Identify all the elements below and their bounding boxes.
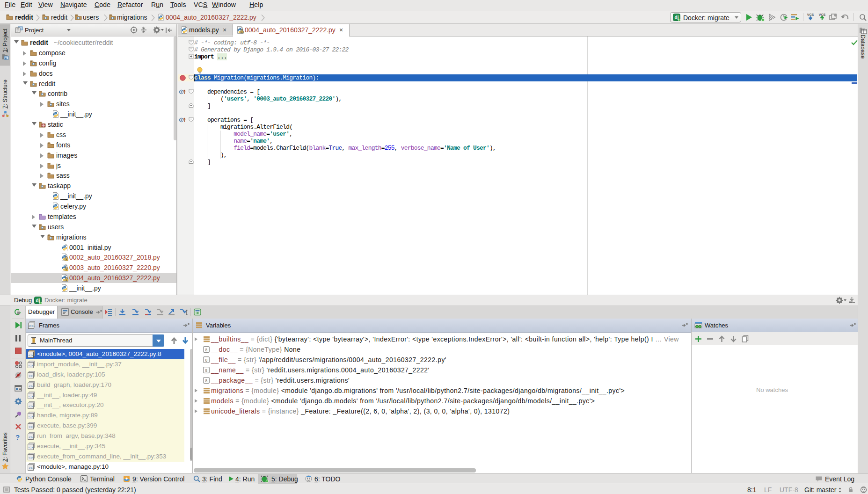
svg-text:8: 8	[205, 378, 207, 383]
svg-text:<>: <>	[29, 324, 34, 329]
svg-text:<>: <>	[29, 374, 33, 378]
svg-text:<>: <>	[29, 435, 33, 439]
svg-text:<>: <>	[29, 384, 33, 388]
svg-text:<>: <>	[29, 353, 33, 357]
svg-text:dj: dj	[36, 298, 40, 303]
svg-text:<>: <>	[29, 445, 33, 450]
svg-text:<>: <>	[29, 414, 33, 419]
svg-text:<>: <>	[29, 456, 33, 460]
svg-text:<>: <>	[29, 404, 33, 408]
svg-text:8: 8	[205, 348, 207, 352]
svg-text:8: 8	[205, 368, 207, 373]
svg-text:<>: <>	[29, 394, 33, 399]
svg-text:VCS: VCS	[807, 13, 814, 16]
svg-text:8: 8	[205, 358, 207, 363]
svg-text:<>: <>	[29, 466, 33, 470]
svg-text:<>: <>	[29, 425, 33, 429]
svg-text:<>: <>	[29, 363, 33, 368]
svg-text:dj: dj	[675, 15, 679, 20]
